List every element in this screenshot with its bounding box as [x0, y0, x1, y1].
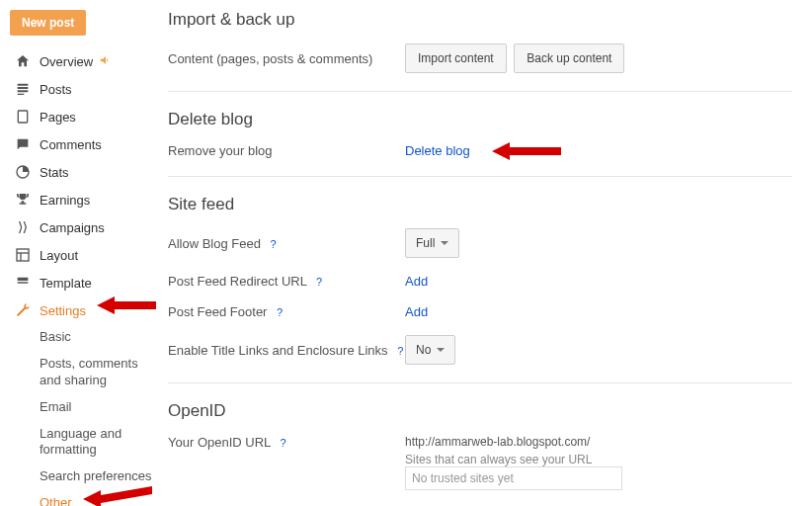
sub-item-basic[interactable]: Basic [36, 324, 158, 351]
template-icon [14, 274, 32, 292]
allow-blog-feed-dropdown[interactable]: Full [405, 228, 459, 258]
comments-icon [14, 135, 32, 153]
svg-rect-0 [18, 111, 27, 123]
megaphone-icon [99, 53, 113, 70]
enable-title-links-label: Enable Title Links and Enclosure Links [168, 343, 388, 358]
sidebar-item-label: Template [40, 276, 92, 291]
sub-item-email[interactable]: Email [36, 394, 158, 421]
backup-content-button[interactable]: Back up content [514, 43, 624, 73]
sidebar-item-template[interactable]: Template [10, 269, 158, 296]
layout-icon [14, 246, 32, 264]
main-content: Import & back up Content (pages, posts &… [158, 0, 812, 506]
sidebar-item-label: Earnings [40, 193, 90, 208]
pages-icon [14, 108, 32, 126]
sidebar-item-layout[interactable]: Layout [10, 241, 158, 269]
section-delete-blog: Delete blog Remove your blog Delete blog [168, 92, 792, 177]
trophy-icon [14, 191, 32, 209]
sub-item-posts-comments[interactable]: Posts, comments and sharing [36, 351, 158, 394]
trusted-sites-label: Sites that can always see your URL [405, 453, 792, 466]
section-title: Site feed [168, 195, 792, 214]
openid-url-value: http://ammarweb-lab.blogspot.com/ [405, 435, 792, 449]
redirect-url-label: Post Feed Redirect URL [168, 274, 306, 289]
section-title: OpenID [168, 401, 792, 421]
svg-marker-4 [97, 296, 156, 314]
sidebar: New post Overview Posts Pages Comments S… [0, 0, 158, 506]
section-site-feed: Site feed Allow Blog Feed ? Full Post Fe… [168, 177, 792, 383]
help-icon[interactable]: ? [397, 345, 403, 357]
delete-desc: Remove your blog [168, 143, 405, 158]
dropdown-value: Full [416, 236, 435, 250]
delete-blog-link[interactable]: Delete blog [405, 143, 470, 158]
footer-add-link[interactable]: Add [405, 304, 428, 319]
openid-url-label: Your OpenID URL [168, 435, 271, 450]
sub-item-label: Other [40, 495, 72, 506]
sidebar-item-label: Layout [40, 248, 78, 263]
help-icon[interactable]: ? [277, 306, 283, 318]
sidebar-item-overview[interactable]: Overview [10, 47, 158, 75]
sub-item-search-prefs[interactable]: Search preferences [36, 464, 158, 490]
import-content-button[interactable]: Import content [405, 43, 507, 73]
enable-title-links-dropdown[interactable]: No [405, 335, 455, 365]
posts-icon [14, 80, 32, 98]
redirect-add-link[interactable]: Add [405, 274, 428, 289]
sidebar-item-comments[interactable]: Comments [10, 130, 158, 158]
sidebar-item-stats[interactable]: Stats [10, 158, 158, 186]
svg-marker-6 [492, 142, 561, 160]
help-icon[interactable]: ? [316, 276, 322, 288]
annotation-arrow-icon [492, 137, 561, 165]
trusted-sites-input[interactable] [405, 466, 622, 490]
help-icon[interactable]: ? [280, 437, 285, 449]
sidebar-item-label: Overview [40, 54, 93, 69]
sidebar-item-label: Stats [40, 165, 69, 180]
section-openid: OpenID Your OpenID URL ? http://ammarweb… [168, 383, 792, 506]
sidebar-item-label: Posts [40, 82, 72, 97]
section-title: Delete blog [168, 110, 792, 129]
sidebar-item-label: Settings [40, 303, 86, 318]
settings-subnav: Basic Posts, comments and sharing Email … [10, 324, 158, 506]
svg-rect-1 [17, 249, 29, 261]
sub-item-other[interactable]: Other [36, 490, 158, 506]
section-title: Import & back up [168, 10, 792, 30]
sidebar-item-settings[interactable]: Settings [10, 296, 158, 324]
sidebar-item-posts[interactable]: Posts [10, 75, 158, 103]
wrench-icon [14, 301, 32, 319]
sidebar-item-earnings[interactable]: Earnings [10, 186, 158, 213]
home-icon [14, 52, 32, 70]
allow-blog-feed-label: Allow Blog Feed [168, 236, 261, 251]
dropdown-value: No [416, 343, 431, 357]
sidebar-item-label: Pages [40, 110, 76, 125]
section-import-backup: Import & back up Content (pages, posts &… [168, 10, 792, 92]
campaigns-icon [14, 218, 32, 236]
sidebar-item-pages[interactable]: Pages [10, 103, 158, 130]
import-desc: Content (pages, posts & comments) [168, 51, 405, 66]
sub-item-language[interactable]: Language and formatting [36, 421, 158, 464]
sidebar-item-label: Comments [40, 137, 102, 152]
stats-icon [14, 163, 32, 181]
help-icon[interactable]: ? [271, 238, 277, 250]
feed-footer-label: Post Feed Footer [168, 304, 267, 319]
new-post-button[interactable]: New post [10, 10, 86, 36]
sidebar-item-campaigns[interactable]: Campaigns [10, 213, 158, 241]
chevron-down-icon [437, 348, 445, 352]
chevron-down-icon [441, 241, 448, 245]
sidebar-item-label: Campaigns [40, 220, 105, 235]
